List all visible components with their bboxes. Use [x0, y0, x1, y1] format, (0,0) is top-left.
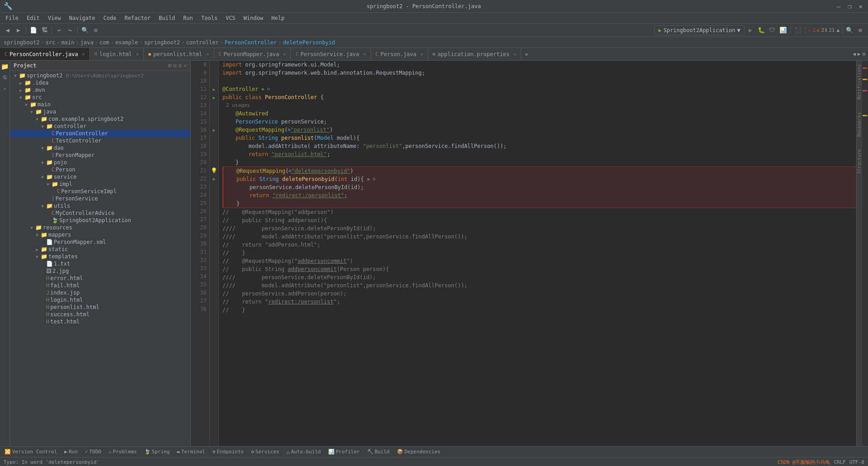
structure-icon[interactable]: 🏗 [1, 73, 9, 81]
bottom-build[interactable]: 🔨 Build [364, 447, 392, 457]
tree-pojo[interactable]: ▼ 📁 pojo [10, 159, 190, 166]
menu-view[interactable]: View [44, 14, 65, 22]
project-icon[interactable]: 📁 [1, 62, 9, 71]
tab-application-properties[interactable]: ⚙ application.properties ✕ [428, 48, 521, 61]
bookmarks-label[interactable]: Bookmarks [856, 110, 862, 138]
breadcrumb-main[interactable]: main [61, 39, 75, 46]
tree-root-springboot2[interactable]: ▼ 📁 springboot2 D:\Users\Admin\springboo… [10, 72, 190, 79]
tree-personserviceimpl[interactable]: C PersonServiceImpl [10, 188, 190, 195]
tree-dao[interactable]: ▼ 📁 dao [10, 144, 190, 152]
tab-personlist[interactable]: ● personlist.html ✕ [144, 48, 214, 61]
maximize-button[interactable]: ❐ [846, 3, 853, 10]
tab-settings-icon[interactable]: ⚙ [862, 51, 865, 57]
tree-errorhtml[interactable]: H error.html [10, 275, 190, 282]
breadcrumb-deletepersonbyid[interactable]: deletePersonbyid [283, 39, 335, 46]
tree-successhtml[interactable]: H success.html [10, 311, 190, 318]
tree-com-example[interactable]: ▼ 📁 com.example.springboot2 [10, 115, 190, 123]
tree-mvn[interactable]: ▶ 📁 .mvn [10, 86, 190, 94]
tab-close-personcontroller[interactable]: ✕ [82, 52, 85, 57]
bottom-terminal[interactable]: ▬ Terminal [174, 447, 208, 457]
notifications-label[interactable]: Notifications [856, 62, 862, 101]
tree-indexjsp[interactable]: J index.jsp [10, 289, 190, 296]
tree-mycontrolleradvice[interactable]: C MyControllerAdvice [10, 209, 190, 217]
tab-close-login[interactable]: ✕ [136, 52, 139, 57]
tree-service[interactable]: ▼ 📁 service [10, 173, 190, 181]
project-settings-icon[interactable]: ⚙ [179, 62, 182, 69]
menu-file[interactable]: File [2, 14, 22, 22]
tree-failhtml[interactable]: H fail.html [10, 282, 190, 289]
code-content[interactable]: import org.springframework.ui.Model; imp… [219, 61, 868, 446]
menu-refactor[interactable]: Refactor [121, 14, 154, 22]
recent-files-button[interactable]: 📄 [28, 25, 38, 35]
bottom-endpoints[interactable]: ⊕ Endpoints [210, 447, 246, 457]
tree-personcontroller[interactable]: C PersonController [10, 130, 190, 137]
tab-person[interactable]: C Person.java ✕ [371, 48, 429, 61]
tab-personcontroller[interactable]: C PersonController.java ✕ [0, 48, 90, 61]
tab-close-personservice[interactable]: ✕ [363, 52, 366, 57]
tree-1txt[interactable]: 📄 1.txt [10, 260, 190, 267]
encoding-label[interactable]: UTF-8 [849, 459, 864, 465]
gutter-run-11[interactable]: ▶ [210, 85, 218, 93]
tree-java[interactable]: ▼ 📁 java [10, 108, 190, 115]
tree-resources[interactable]: ▼ 📁 resources [10, 224, 190, 231]
tree-src[interactable]: ▼ 📁 src [10, 94, 190, 101]
tab-more-button[interactable]: » [521, 51, 532, 57]
tab-personmapper[interactable]: C PersonMapper.java ✕ [214, 48, 291, 61]
menu-tools[interactable]: Tools [198, 14, 221, 22]
breadcrumb-java[interactable]: java [80, 39, 94, 46]
stop-button[interactable]: ⬛ [793, 25, 803, 35]
tab-close-app-props[interactable]: ✕ [514, 52, 516, 57]
tree-main[interactable]: ▼ 📁 main [10, 101, 190, 108]
menu-build[interactable]: Build [155, 14, 179, 22]
tree-loginhtml[interactable]: H login.html [10, 296, 190, 304]
project-collapse-all-icon[interactable]: ⊟ [173, 62, 176, 69]
tree-mappers[interactable]: ▼ 📁 mappers [10, 231, 190, 238]
breadcrumb-com[interactable]: com [99, 39, 109, 46]
run-icon-22[interactable]: ▶ ⚙ [368, 175, 376, 183]
find-button[interactable]: 🔍 [80, 25, 90, 35]
project-expand-all-icon[interactable]: ⊞ [168, 62, 171, 69]
tree-idea[interactable]: ▶ 📁 .idea [10, 79, 190, 86]
coverage-button[interactable]: 🛡 [767, 25, 777, 35]
run-configuration[interactable]: ▶ Springboot2Application ▼ [654, 25, 744, 35]
tab-close-personlist[interactable]: ✕ [207, 52, 209, 57]
error-count-display[interactable]: ⚠ 2 [808, 27, 816, 33]
breadcrumb-controller[interactable]: controller [186, 39, 218, 46]
tab-close-person[interactable]: ✕ [420, 52, 423, 57]
structure-label[interactable]: Structure [856, 147, 862, 176]
tab-personservice[interactable]: I PersonService.java ✕ [291, 48, 371, 61]
gutter-run-22[interactable]: ▶ [210, 175, 218, 183]
tab-close-personmapper[interactable]: ✕ [283, 52, 286, 57]
tree-springboot2application[interactable]: 🍃 Springboot2Application [10, 217, 190, 224]
bottom-vcs[interactable]: 🔀 Version Control [2, 447, 60, 457]
bottom-problems[interactable]: ⚠ Problems [106, 447, 140, 457]
menu-window[interactable]: Window [240, 14, 267, 22]
info-count-display[interactable]: ℹ 21 ▲ [825, 27, 840, 33]
tree-person[interactable]: C Person [10, 166, 190, 173]
bottom-auto-build[interactable]: △ Auto-build [284, 447, 324, 457]
more-actions-button[interactable]: ⚙ [855, 25, 865, 35]
profile-button[interactable]: 📊 [778, 25, 788, 35]
tree-utils[interactable]: ▼ 📁 utils [10, 202, 190, 209]
breadcrumb-personcontroller[interactable]: PersonController [225, 39, 277, 46]
bottom-services[interactable]: ⚙ Services [248, 447, 282, 457]
project-structure-button[interactable]: 🏗 [39, 25, 49, 35]
breadcrumb-springboot2[interactable]: springboot2 [4, 39, 39, 46]
breadcrumb-example[interactable]: example [115, 39, 138, 46]
close-button[interactable]: ✕ [857, 3, 864, 10]
tree-controller[interactable]: ▼ 📁 controller [10, 123, 190, 130]
tree-personmapper-xml[interactable]: 📄 PersonMapper.xml [10, 238, 190, 246]
menu-help[interactable]: Help [268, 14, 288, 22]
tab-expand-icon[interactable]: ◀ [853, 51, 856, 57]
favorites-icon[interactable]: ★ [1, 84, 9, 92]
search-everywhere-button[interactable]: 🔍 [844, 25, 854, 35]
menu-navigate[interactable]: Navigate [66, 14, 99, 22]
project-close-icon[interactable]: ✕ [184, 62, 187, 69]
forward-button[interactable]: ▶ [14, 25, 24, 35]
crlf-label[interactable]: CRLF [834, 459, 846, 465]
minimize-button[interactable]: — [835, 3, 842, 10]
tab-login[interactable]: H login.html ✕ [90, 48, 144, 61]
run-icon-11[interactable]: ▶ ⚙ [262, 85, 270, 93]
gutter-run-16[interactable]: ▶ [210, 126, 218, 134]
menu-code[interactable]: Code [100, 14, 120, 22]
